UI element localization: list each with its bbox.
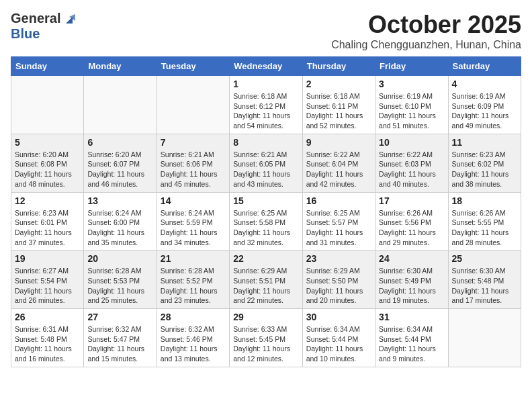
day-info: Sunrise: 6:28 AM Sunset: 5:52 PM Dayligh… — [161, 266, 226, 306]
calendar-cell: 4Sunrise: 6:19 AM Sunset: 6:09 PM Daylig… — [448, 76, 521, 134]
weekday-header-wednesday: Wednesday — [230, 57, 302, 76]
day-info: Sunrise: 6:21 AM Sunset: 6:05 PM Dayligh… — [233, 150, 298, 189]
calendar-cell: 27Sunrise: 6:32 AM Sunset: 5:47 PM Dayli… — [84, 309, 157, 367]
day-number: 23 — [306, 253, 371, 264]
calendar-cell: 10Sunrise: 6:22 AM Sunset: 6:03 PM Dayli… — [375, 134, 448, 192]
day-info: Sunrise: 6:25 AM Sunset: 5:57 PM Dayligh… — [306, 208, 371, 248]
day-number: 17 — [379, 195, 444, 206]
weekday-header-tuesday: Tuesday — [157, 57, 229, 76]
day-info: Sunrise: 6:29 AM Sunset: 5:51 PM Dayligh… — [233, 266, 298, 306]
calendar-cell — [84, 76, 157, 134]
weekday-header-thursday: Thursday — [302, 57, 375, 76]
day-number: 21 — [161, 253, 226, 264]
calendar-cell: 17Sunrise: 6:26 AM Sunset: 5:56 PM Dayli… — [375, 192, 448, 250]
calendar-cell: 1Sunrise: 6:18 AM Sunset: 6:12 PM Daylig… — [230, 76, 302, 134]
calendar-cell: 31Sunrise: 6:34 AM Sunset: 5:44 PM Dayli… — [375, 309, 448, 367]
calendar-cell: 14Sunrise: 6:24 AM Sunset: 5:59 PM Dayli… — [157, 192, 229, 250]
day-number: 30 — [306, 312, 371, 322]
calendar-cell: 13Sunrise: 6:24 AM Sunset: 6:00 PM Dayli… — [84, 192, 157, 250]
day-number: 11 — [452, 137, 517, 148]
logo: General Blue — [11, 11, 77, 42]
day-number: 6 — [87, 137, 152, 148]
calendar-cell: 12Sunrise: 6:23 AM Sunset: 6:01 PM Dayli… — [11, 192, 84, 250]
calendar-cell: 22Sunrise: 6:29 AM Sunset: 5:51 PM Dayli… — [230, 250, 302, 309]
day-info: Sunrise: 6:30 AM Sunset: 5:49 PM Dayligh… — [379, 266, 444, 306]
day-number: 22 — [233, 253, 298, 264]
day-number: 1 — [233, 79, 298, 89]
month-title: October 2025 — [331, 11, 521, 39]
calendar-cell: 9Sunrise: 6:22 AM Sunset: 6:04 PM Daylig… — [302, 134, 375, 192]
calendar-table: SundayMondayTuesdayWednesdayThursdayFrid… — [11, 56, 521, 367]
day-info: Sunrise: 6:20 AM Sunset: 6:07 PM Dayligh… — [87, 150, 152, 189]
day-number: 3 — [379, 79, 444, 89]
calendar-week-row: 19Sunrise: 6:27 AM Sunset: 5:54 PM Dayli… — [11, 250, 521, 309]
calendar-cell: 29Sunrise: 6:33 AM Sunset: 5:45 PM Dayli… — [230, 309, 302, 367]
day-number: 27 — [87, 312, 152, 322]
calendar-cell: 28Sunrise: 6:32 AM Sunset: 5:46 PM Dayli… — [157, 309, 229, 367]
day-info: Sunrise: 6:25 AM Sunset: 5:58 PM Dayligh… — [233, 208, 298, 248]
title-block: October 2025 Chaling Chengguanzhen, Huna… — [331, 11, 521, 51]
day-number: 25 — [452, 253, 517, 264]
day-number: 31 — [379, 312, 444, 322]
logo-general: General — [11, 11, 60, 26]
day-number: 9 — [306, 137, 371, 148]
calendar-cell: 18Sunrise: 6:26 AM Sunset: 5:55 PM Dayli… — [448, 192, 521, 250]
calendar-cell: 7Sunrise: 6:21 AM Sunset: 6:06 PM Daylig… — [157, 134, 229, 192]
day-number: 14 — [161, 195, 226, 206]
page-header: General Blue October 2025 Chaling Chengg… — [11, 11, 521, 51]
day-info: Sunrise: 6:30 AM Sunset: 5:48 PM Dayligh… — [452, 266, 517, 306]
day-info: Sunrise: 6:31 AM Sunset: 5:48 PM Dayligh… — [15, 324, 80, 364]
calendar-cell: 15Sunrise: 6:25 AM Sunset: 5:58 PM Dayli… — [230, 192, 302, 250]
logo-icon — [62, 11, 77, 26]
calendar-week-row: 12Sunrise: 6:23 AM Sunset: 6:01 PM Dayli… — [11, 192, 521, 250]
calendar-cell: 3Sunrise: 6:19 AM Sunset: 6:10 PM Daylig… — [375, 76, 448, 134]
calendar-cell: 20Sunrise: 6:28 AM Sunset: 5:53 PM Dayli… — [84, 250, 157, 309]
day-info: Sunrise: 6:27 AM Sunset: 5:54 PM Dayligh… — [15, 266, 80, 306]
day-number: 18 — [452, 195, 517, 206]
day-info: Sunrise: 6:34 AM Sunset: 5:44 PM Dayligh… — [306, 324, 371, 364]
day-info: Sunrise: 6:34 AM Sunset: 5:44 PM Dayligh… — [379, 324, 444, 364]
calendar-cell: 2Sunrise: 6:18 AM Sunset: 6:11 PM Daylig… — [302, 76, 375, 134]
day-number: 15 — [233, 195, 298, 206]
calendar-cell: 23Sunrise: 6:29 AM Sunset: 5:50 PM Dayli… — [302, 250, 375, 309]
day-info: Sunrise: 6:22 AM Sunset: 6:04 PM Dayligh… — [306, 150, 371, 189]
calendar-week-row: 26Sunrise: 6:31 AM Sunset: 5:48 PM Dayli… — [11, 309, 521, 367]
calendar-cell: 26Sunrise: 6:31 AM Sunset: 5:48 PM Dayli… — [11, 309, 84, 367]
calendar-cell: 25Sunrise: 6:30 AM Sunset: 5:48 PM Dayli… — [448, 250, 521, 309]
day-info: Sunrise: 6:22 AM Sunset: 6:03 PM Dayligh… — [379, 150, 444, 189]
weekday-header-saturday: Saturday — [448, 57, 521, 76]
day-number: 10 — [379, 137, 444, 148]
weekday-header-friday: Friday — [375, 57, 448, 76]
day-number: 7 — [161, 137, 226, 148]
day-info: Sunrise: 6:19 AM Sunset: 6:09 PM Dayligh… — [452, 91, 517, 131]
day-number: 5 — [15, 137, 80, 148]
day-info: Sunrise: 6:20 AM Sunset: 6:08 PM Dayligh… — [15, 150, 80, 189]
day-info: Sunrise: 6:21 AM Sunset: 6:06 PM Dayligh… — [161, 150, 226, 189]
day-info: Sunrise: 6:28 AM Sunset: 5:53 PM Dayligh… — [87, 266, 152, 306]
logo-blue: Blue — [11, 26, 40, 41]
calendar-cell: 16Sunrise: 6:25 AM Sunset: 5:57 PM Dayli… — [302, 192, 375, 250]
calendar-cell: 5Sunrise: 6:20 AM Sunset: 6:08 PM Daylig… — [11, 134, 84, 192]
day-info: Sunrise: 6:29 AM Sunset: 5:50 PM Dayligh… — [306, 266, 371, 306]
weekday-header-monday: Monday — [84, 57, 157, 76]
calendar-cell: 21Sunrise: 6:28 AM Sunset: 5:52 PM Dayli… — [157, 250, 229, 309]
day-number: 4 — [452, 79, 517, 89]
day-info: Sunrise: 6:26 AM Sunset: 5:55 PM Dayligh… — [452, 208, 517, 248]
day-number: 2 — [306, 79, 371, 89]
calendar-cell — [11, 76, 84, 134]
day-number: 29 — [233, 312, 298, 322]
day-info: Sunrise: 6:23 AM Sunset: 6:02 PM Dayligh… — [452, 150, 517, 189]
calendar-cell — [448, 309, 521, 367]
day-number: 19 — [15, 253, 80, 264]
calendar-cell: 30Sunrise: 6:34 AM Sunset: 5:44 PM Dayli… — [302, 309, 375, 367]
day-info: Sunrise: 6:32 AM Sunset: 5:47 PM Dayligh… — [87, 324, 152, 364]
calendar-week-row: 5Sunrise: 6:20 AM Sunset: 6:08 PM Daylig… — [11, 134, 521, 192]
day-info: Sunrise: 6:18 AM Sunset: 6:12 PM Dayligh… — [233, 91, 298, 131]
calendar-cell: 8Sunrise: 6:21 AM Sunset: 6:05 PM Daylig… — [230, 134, 302, 192]
day-info: Sunrise: 6:23 AM Sunset: 6:01 PM Dayligh… — [15, 208, 80, 248]
day-info: Sunrise: 6:18 AM Sunset: 6:11 PM Dayligh… — [306, 91, 371, 131]
day-info: Sunrise: 6:26 AM Sunset: 5:56 PM Dayligh… — [379, 208, 444, 248]
calendar-cell: 11Sunrise: 6:23 AM Sunset: 6:02 PM Dayli… — [448, 134, 521, 192]
day-number: 24 — [379, 253, 444, 264]
calendar-cell: 19Sunrise: 6:27 AM Sunset: 5:54 PM Dayli… — [11, 250, 84, 309]
